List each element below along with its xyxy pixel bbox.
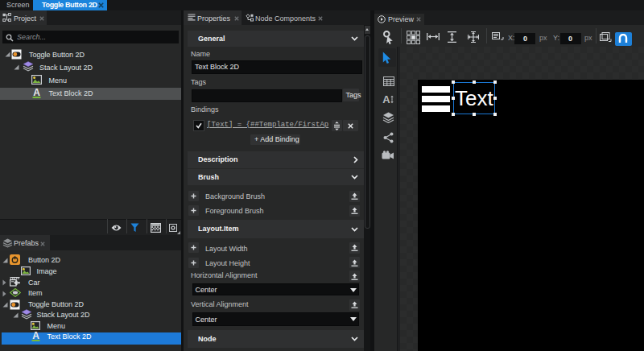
svg-text:A: A <box>382 93 390 105</box>
